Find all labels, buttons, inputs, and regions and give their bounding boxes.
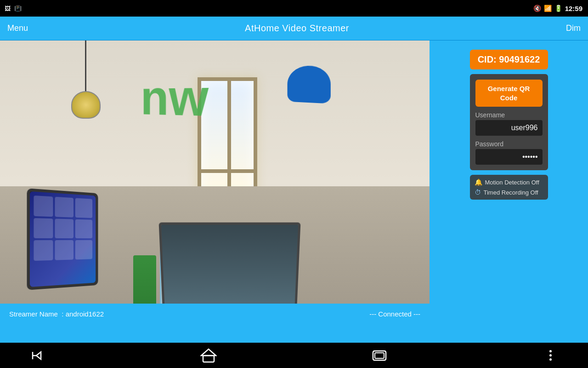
right-panel: CID: 90491622 Generate QR Code Username …	[430, 40, 588, 345]
back-button[interactable]	[28, 345, 48, 366]
svg-rect-3	[375, 353, 384, 358]
generate-qr-button[interactable]: Generate QR Code	[475, 80, 543, 107]
username-input[interactable]	[475, 120, 543, 136]
more-icon	[549, 350, 552, 361]
recents-button[interactable]	[369, 345, 390, 366]
streamer-name-label: Streamer Name : android1622	[9, 310, 104, 318]
status-time: 12:59	[565, 5, 582, 12]
svg-rect-1	[203, 356, 214, 362]
app-icon-2	[55, 197, 74, 217]
camera-status-bar: Streamer Name : android1622 --- Connecte…	[0, 304, 430, 324]
timed-recording-label: Timed Recording Off	[484, 189, 538, 196]
camera-feed: nw	[0, 40, 430, 324]
app-icon-3	[75, 198, 92, 218]
more-dot-3	[549, 358, 552, 361]
tablet-left	[27, 188, 98, 290]
motion-detection-icon: 🔔	[475, 178, 482, 186]
dark-panel: Generate QR Code Username Password	[470, 74, 548, 170]
bottom-nav	[0, 343, 588, 368]
password-group: Password	[475, 140, 543, 165]
streamer-name-prefix: Streamer Name	[9, 310, 58, 318]
wifi-icon: 📶	[544, 5, 552, 12]
camera-bg: nw	[0, 40, 430, 324]
lamp-wire	[85, 40, 86, 96]
app-icon-1	[34, 196, 53, 217]
main-content: nw	[0, 40, 588, 345]
more-options-button[interactable]	[540, 345, 560, 366]
mute-icon: 🔇	[533, 5, 541, 12]
wall-letters: nw	[141, 67, 209, 128]
more-dot-1	[549, 350, 552, 352]
notification-icon-2: 📳	[14, 5, 22, 12]
streamer-name-value: : android1622	[62, 310, 104, 318]
password-label: Password	[475, 140, 543, 148]
app-icon-6	[75, 219, 92, 238]
connection-status: --- Connected ---	[369, 310, 420, 318]
app-icon-7	[34, 240, 53, 260]
motion-detection-row[interactable]: 🔔 Motion Detection Off	[475, 178, 543, 186]
cid-box: CID: 90491622	[470, 50, 548, 69]
laptop-screen-content	[161, 225, 298, 311]
status-bar: 🖼 📳 🔇 📶 🔋 12:59	[0, 0, 588, 17]
recents-icon	[372, 349, 387, 362]
timed-recording-icon: ⏱	[475, 189, 481, 196]
app-icon-5	[55, 218, 74, 238]
username-label: Username	[475, 111, 543, 119]
app-icon-8	[55, 240, 74, 260]
password-input[interactable]	[475, 149, 543, 165]
motion-detection-label: Motion Detection Off	[485, 179, 539, 186]
status-left-icons: 🖼 📳	[5, 5, 22, 12]
lamp-shade	[71, 91, 101, 119]
status-right-icons: 🔇 📶 🔋 12:59	[533, 5, 582, 12]
tablet-screen	[30, 191, 96, 287]
username-group: Username	[475, 111, 543, 136]
back-icon	[31, 350, 45, 362]
laptop-screen	[159, 223, 301, 313]
notification-icon-1: 🖼	[5, 5, 11, 12]
info-panel: 🔔 Motion Detection Off ⏱ Timed Recording…	[470, 175, 548, 200]
svg-marker-0	[201, 349, 216, 356]
cid-label: CID: 90491622	[478, 54, 540, 64]
home-icon	[200, 348, 217, 363]
battery-icon: 🔋	[554, 5, 562, 12]
dim-button[interactable]: Dim	[566, 23, 581, 33]
home-button[interactable]	[198, 345, 219, 366]
timed-recording-row[interactable]: ⏱ Timed Recording Off	[475, 189, 543, 196]
more-dot-2	[549, 354, 552, 356]
app-icon-9	[75, 240, 92, 259]
app-icon-4	[34, 218, 53, 238]
top-nav: Menu AtHome Video Streamer Dim	[0, 17, 588, 40]
app-title: AtHome Video Streamer	[245, 23, 349, 34]
menu-button[interactable]: Menu	[7, 23, 28, 33]
